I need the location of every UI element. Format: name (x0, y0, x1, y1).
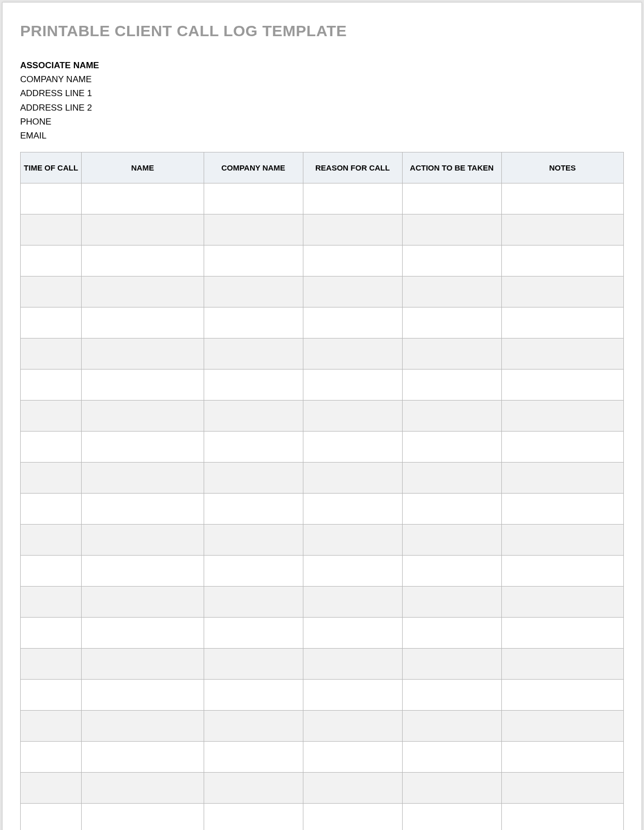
cell-time-of-call (21, 339, 82, 370)
cell-name (82, 773, 204, 804)
email-label: EMAIL (20, 129, 624, 143)
table-row (21, 742, 624, 773)
table-row (21, 276, 624, 308)
table-row (21, 401, 624, 432)
table-row (21, 370, 624, 401)
cell-company-name (204, 494, 303, 525)
table-row (21, 711, 624, 742)
table-row (21, 214, 624, 245)
cell-action-to-be-taken (402, 308, 501, 339)
cell-reason-for-call (303, 401, 402, 432)
col-header-notes: NOTES (501, 152, 623, 183)
cell-time-of-call (21, 773, 82, 804)
page-title: PRINTABLE CLIENT CALL LOG TEMPLATE (20, 22, 624, 40)
address-line-2-label: ADDRESS LINE 2 (20, 101, 624, 115)
table-row (21, 308, 624, 339)
cell-action-to-be-taken (402, 183, 501, 214)
cell-company-name (204, 339, 303, 370)
cell-notes (501, 680, 623, 711)
cell-time-of-call (21, 401, 82, 432)
cell-time-of-call (21, 556, 82, 587)
cell-notes (501, 183, 623, 214)
cell-action-to-be-taken (402, 587, 501, 618)
company-name-label: COMPANY NAME (20, 72, 624, 86)
cell-name (82, 525, 204, 556)
cell-company-name (204, 773, 303, 804)
cell-reason-for-call (303, 587, 402, 618)
cell-company-name (204, 618, 303, 649)
col-header-reason-for-call: REASON FOR CALL (303, 152, 402, 183)
cell-reason-for-call (303, 711, 402, 742)
cell-time-of-call (21, 649, 82, 680)
cell-reason-for-call (303, 804, 402, 830)
cell-action-to-be-taken (402, 556, 501, 587)
cell-name (82, 276, 204, 308)
cell-reason-for-call (303, 245, 402, 276)
cell-reason-for-call (303, 214, 402, 245)
cell-company-name (204, 711, 303, 742)
cell-time-of-call (21, 525, 82, 556)
cell-company-name (204, 214, 303, 245)
cell-action-to-be-taken (402, 804, 501, 830)
cell-reason-for-call (303, 432, 402, 463)
cell-reason-for-call (303, 649, 402, 680)
cell-reason-for-call (303, 525, 402, 556)
cell-action-to-be-taken (402, 245, 501, 276)
cell-name (82, 401, 204, 432)
cell-company-name (204, 649, 303, 680)
cell-notes (501, 587, 623, 618)
cell-time-of-call (21, 370, 82, 401)
associate-name-label: ASSOCIATE NAME (20, 58, 624, 72)
col-header-action-to-be-taken: ACTION TO BE TAKEN (402, 152, 501, 183)
cell-name (82, 432, 204, 463)
cell-action-to-be-taken (402, 618, 501, 649)
cell-reason-for-call (303, 370, 402, 401)
cell-name (82, 183, 204, 214)
cell-name (82, 649, 204, 680)
table-row (21, 525, 624, 556)
col-header-time-of-call: TIME OF CALL (21, 152, 82, 183)
cell-notes (501, 276, 623, 308)
cell-notes (501, 370, 623, 401)
cell-time-of-call (21, 494, 82, 525)
cell-reason-for-call (303, 183, 402, 214)
cell-name (82, 214, 204, 245)
cell-company-name (204, 308, 303, 339)
cell-time-of-call (21, 463, 82, 494)
call-log-table: TIME OF CALL NAME COMPANY NAME REASON FO… (20, 152, 624, 830)
cell-time-of-call (21, 276, 82, 308)
cell-reason-for-call (303, 556, 402, 587)
cell-notes (501, 339, 623, 370)
cell-time-of-call (21, 245, 82, 276)
cell-reason-for-call (303, 773, 402, 804)
cell-notes (501, 308, 623, 339)
cell-company-name (204, 525, 303, 556)
cell-time-of-call (21, 587, 82, 618)
cell-name (82, 339, 204, 370)
col-header-company-name: COMPANY NAME (204, 152, 303, 183)
col-header-name: NAME (82, 152, 204, 183)
cell-name (82, 742, 204, 773)
associate-info-block: ASSOCIATE NAME COMPANY NAME ADDRESS LINE… (20, 58, 624, 143)
cell-notes (501, 711, 623, 742)
cell-reason-for-call (303, 339, 402, 370)
cell-time-of-call (21, 742, 82, 773)
cell-action-to-be-taken (402, 370, 501, 401)
cell-time-of-call (21, 432, 82, 463)
cell-notes (501, 214, 623, 245)
cell-action-to-be-taken (402, 339, 501, 370)
table-row (21, 494, 624, 525)
cell-company-name (204, 587, 303, 618)
cell-reason-for-call (303, 494, 402, 525)
cell-time-of-call (21, 214, 82, 245)
cell-company-name (204, 804, 303, 830)
cell-action-to-be-taken (402, 214, 501, 245)
cell-action-to-be-taken (402, 494, 501, 525)
table-row (21, 804, 624, 830)
cell-name (82, 804, 204, 830)
table-row (21, 649, 624, 680)
address-line-1-label: ADDRESS LINE 1 (20, 86, 624, 100)
cell-name (82, 494, 204, 525)
cell-action-to-be-taken (402, 773, 501, 804)
cell-company-name (204, 463, 303, 494)
